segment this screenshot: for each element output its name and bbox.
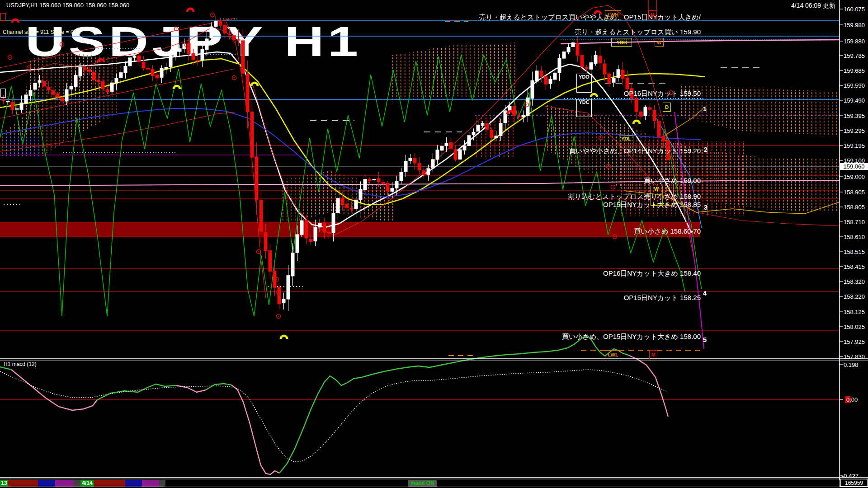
candle xyxy=(246,74,249,112)
buy-marker-icon xyxy=(591,94,597,97)
candle xyxy=(377,178,380,182)
candle xyxy=(499,123,502,136)
candle xyxy=(47,87,50,90)
candle xyxy=(422,170,425,174)
candle xyxy=(124,66,127,73)
candle xyxy=(562,52,566,58)
candle xyxy=(79,67,82,76)
candle xyxy=(580,55,584,67)
candle xyxy=(228,34,231,35)
candle xyxy=(269,250,272,271)
pink-pivot-top xyxy=(561,40,840,44)
candle xyxy=(115,78,118,83)
buy-marker-icon xyxy=(174,86,180,89)
candle xyxy=(490,130,493,138)
buy-marker-icon xyxy=(633,121,640,124)
candle xyxy=(65,89,68,101)
candle xyxy=(657,121,660,137)
candle xyxy=(603,64,606,74)
candle xyxy=(237,40,240,41)
candle xyxy=(476,125,480,131)
candle xyxy=(309,239,312,242)
candle xyxy=(137,56,141,62)
candle xyxy=(373,179,376,180)
candle xyxy=(92,72,95,80)
candle xyxy=(33,83,37,89)
candle xyxy=(495,136,498,138)
candle xyxy=(314,227,317,241)
candle xyxy=(169,56,172,66)
candle xyxy=(24,95,28,103)
candle xyxy=(241,41,245,74)
candle xyxy=(178,49,181,52)
candle xyxy=(386,183,389,191)
candle xyxy=(558,58,561,73)
candle xyxy=(56,94,59,97)
candle xyxy=(110,83,113,91)
candle xyxy=(259,200,263,232)
candle xyxy=(106,89,109,92)
candle xyxy=(608,74,611,83)
candle xyxy=(544,76,547,84)
candle xyxy=(472,132,475,135)
candle xyxy=(214,21,217,26)
candle xyxy=(571,43,575,47)
sell-marker-icon xyxy=(187,9,193,12)
candle xyxy=(133,56,136,57)
chart-canvas[interactable] xyxy=(0,0,868,488)
candle xyxy=(291,253,294,276)
candle xyxy=(458,150,462,159)
candle xyxy=(264,232,267,251)
candle xyxy=(196,61,199,61)
candle xyxy=(576,43,579,56)
macd-line xyxy=(97,384,176,400)
candle xyxy=(61,98,64,101)
candle xyxy=(341,198,344,205)
candle xyxy=(382,182,385,183)
macd-line xyxy=(231,385,279,474)
macd-line xyxy=(0,367,11,370)
candle xyxy=(517,116,520,117)
candle xyxy=(101,81,104,89)
candle xyxy=(395,181,398,188)
candle xyxy=(504,111,507,123)
candle xyxy=(626,78,629,89)
buy-marker-icon xyxy=(281,336,287,339)
candle xyxy=(156,75,159,78)
candle xyxy=(327,232,330,233)
candle xyxy=(535,71,538,81)
macd-line xyxy=(628,355,668,417)
candle xyxy=(599,56,602,63)
candle xyxy=(70,86,73,89)
candle xyxy=(418,163,421,170)
candle xyxy=(662,136,665,141)
candle xyxy=(653,110,656,121)
buy-marker-icon xyxy=(251,83,258,86)
candle xyxy=(427,169,430,174)
candle xyxy=(644,107,647,116)
candle xyxy=(522,115,525,117)
candle xyxy=(287,276,290,299)
candle xyxy=(585,67,588,69)
candle xyxy=(15,109,19,110)
candle xyxy=(205,39,208,50)
candle xyxy=(192,54,195,60)
candle xyxy=(332,213,335,233)
candle xyxy=(219,21,222,25)
candle xyxy=(151,69,154,76)
candle xyxy=(391,188,394,192)
candle xyxy=(128,58,132,66)
candle xyxy=(119,73,123,78)
candle xyxy=(454,150,457,160)
candle xyxy=(6,101,9,102)
candle xyxy=(553,73,557,80)
candle xyxy=(612,78,615,82)
candle xyxy=(223,25,226,33)
candle xyxy=(278,287,281,304)
candle xyxy=(648,108,651,109)
candle xyxy=(359,189,362,200)
candle xyxy=(481,123,484,125)
candle xyxy=(11,102,14,110)
candle xyxy=(531,80,534,99)
candle xyxy=(210,27,213,38)
